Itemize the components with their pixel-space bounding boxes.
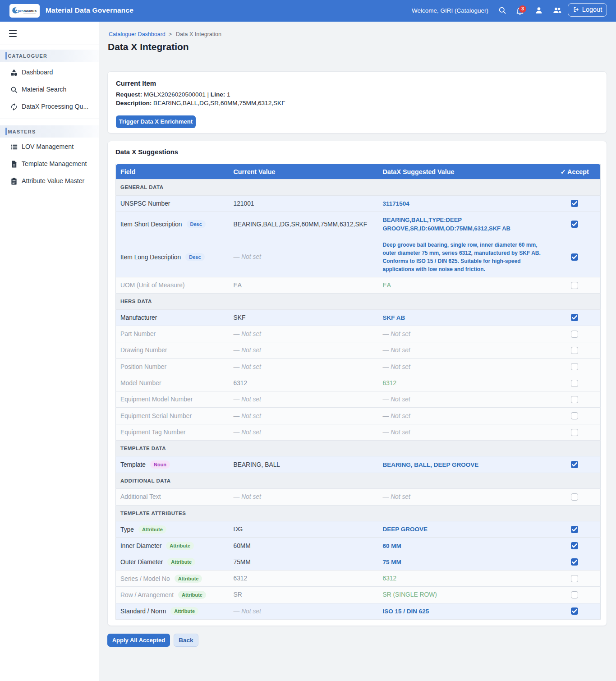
- svg-text:promantus: promantus: [18, 9, 37, 13]
